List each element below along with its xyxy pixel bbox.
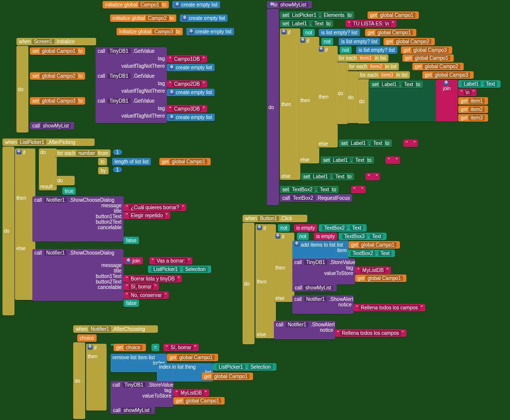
num-by-1[interactable]: 1 — [113, 167, 122, 172]
call-showmylist-nac[interactable]: call showMyList — [111, 407, 155, 414]
get-choice[interactable]: get choice — [114, 344, 146, 351]
b2-no-conservar[interactable]: " No, conservar " — [124, 291, 169, 299]
blank-2[interactable]: " " — [385, 156, 400, 164]
set-listpicker-elements[interactable]: set ListPicker1 . Elements to — [280, 11, 354, 19]
init-global-campo1[interactable]: initialize global Campo1 to — [103, 1, 169, 8]
listpicker-selection-1[interactable]: ListPicker1 . Selection — [148, 266, 211, 273]
textbox2-text-chk[interactable]: TextBox2 . Text — [319, 224, 367, 232]
is-list-empty-2[interactable]: is list empty? list — [339, 38, 380, 45]
when-screen1-initialize[interactable]: when Screen1 .Initialize — [16, 38, 96, 45]
when-notifier-afterchoosing[interactable]: when Notifier1 .AfterChoosing — [73, 325, 158, 333]
blank-tb2[interactable]: " " — [351, 186, 366, 193]
if-1[interactable]: if then else — [280, 28, 300, 180]
not-3[interactable]: not — [340, 46, 352, 54]
call-tinydb-getvalue-2[interactable]: call TinyDB1 .GetValue tag valueIfTagNot… — [96, 72, 167, 98]
foreach-item1[interactable]: for each item1 in list — [336, 54, 388, 62]
b1-si-borrar[interactable]: " Sí, borrar " — [124, 283, 159, 290]
rellena-2[interactable]: " Rellena todos los campos " — [335, 329, 406, 337]
init-global-campo2[interactable]: initialize global Campo2 to — [110, 14, 176, 22]
blank-1[interactable]: " " — [403, 140, 418, 147]
set-campo1[interactable]: set global Campo1 to — [30, 47, 85, 55]
get-campo1-lol[interactable]: get global Campo1 — [159, 158, 211, 165]
cel-vint-3[interactable]: create empty list — [167, 114, 215, 121]
textbox3-text-chk[interactable]: TextBox3 . Text — [339, 233, 386, 240]
else-set-label-1[interactable]: set Label1 . Text to — [339, 140, 392, 147]
not-1[interactable]: not — [303, 29, 315, 36]
cel-vint-1[interactable]: create empty list — [167, 64, 215, 71]
foreach-number[interactable]: for each number from — [55, 149, 111, 157]
set-label1-text[interactable]: set Label1 . Text to — [280, 20, 333, 27]
get-gc2-ile[interactable]: get global Campo2 — [383, 38, 435, 45]
set-campo2[interactable]: set global Campo2 to — [30, 72, 85, 80]
not-btn-1[interactable]: not — [278, 224, 290, 232]
call-showmylist-btn[interactable]: call showMyList — [292, 284, 337, 291]
get-gc2-fe2[interactable]: get global Campo2 — [412, 63, 464, 70]
get-campo1-el[interactable]: get global Campo1 — [368, 11, 419, 19]
if-else-btn-2[interactable]: if then else — [274, 233, 294, 302]
if-else-btn-1[interactable]: if then else — [255, 224, 276, 338]
is-list-empty-1[interactable]: is list empty? list — [319, 29, 360, 36]
is-list-empty-3[interactable]: is list empty? list — [356, 46, 397, 54]
if-3[interactable]: if then else — [317, 46, 338, 147]
foreach-item2[interactable]: for each item2 in list — [347, 63, 399, 70]
join-loop[interactable]: join — [436, 80, 458, 122]
when-listpicker-afterpicking[interactable]: when ListPicker1 .AfterPicking — [2, 139, 95, 146]
rellena-1[interactable]: " Rellena todos los campos " — [354, 304, 425, 311]
title-borrar-lista[interactable]: " Borrar lista y tinyDB " — [124, 275, 182, 282]
vas-a-borrar[interactable]: " Vas a borrar: " — [149, 257, 192, 265]
cancelable-false-1[interactable]: false — [124, 237, 139, 244]
eq-op[interactable]: = — [151, 344, 159, 351]
foreach-item3[interactable]: for each item3 in list — [358, 71, 410, 79]
tag-mylistdb-nac[interactable]: " MyListDB " — [173, 389, 209, 397]
call-tinydb-store-nac[interactable]: call TinyDB1 .StoreValue tagvalueToStore — [111, 381, 173, 407]
when-button1-click[interactable]: when Button1 .Click — [243, 215, 307, 222]
result-true[interactable]: true — [62, 187, 76, 195]
call-notifier-showalert-2[interactable]: call Notifier1 .ShowAlert notice — [274, 321, 335, 339]
else-set-label-2[interactable]: set Label1 . Text to — [321, 156, 374, 164]
set-textbox2-text[interactable]: set TextBox2 . Text to — [280, 186, 339, 193]
add-items-to-list[interactable]: add items to list list item — [292, 241, 349, 259]
set-campo3[interactable]: set global Campo3 to — [30, 97, 85, 105]
title-elegir[interactable]: " Elegir repetido " — [124, 212, 170, 219]
choice-var[interactable]: choice — [77, 334, 97, 342]
msg-cual-borrar[interactable]: " ¿Cuál quieres borrar? " — [124, 204, 186, 211]
get-gc1-fe1[interactable]: get global Campo1 — [402, 54, 454, 62]
tag-campo2db[interactable]: " Campo2DB " — [167, 80, 207, 88]
listpicker-selection-2[interactable]: ListPicker1 . Selection — [213, 363, 276, 371]
call-notifier-scd-1[interactable]: call Notifier1 .ShowChooseDialog message… — [32, 196, 124, 242]
get-gc1-add[interactable]: get global Campo1 — [349, 241, 400, 249]
cancelable-false-2[interactable]: false — [124, 299, 139, 307]
get-gc3-fe3[interactable]: get global Campo3 — [422, 71, 474, 79]
call-showmylist-1[interactable]: call showMyList — [30, 122, 74, 130]
is-empty-2[interactable]: is empty — [314, 233, 337, 240]
eq-si-borrar[interactable]: " Sí, borrar " — [163, 344, 199, 351]
tu-lista-es[interactable]: " TU LISTA ES: \n " — [346, 20, 396, 27]
textbox2-text-item[interactable]: TextBox2 . Text — [347, 250, 395, 257]
get-gc1-vts-btn[interactable]: get global Campo1 — [355, 275, 406, 282]
not-btn-2[interactable]: not — [297, 233, 309, 240]
create-empty-list-3[interactable]: create empty list — [186, 28, 234, 35]
to-showmylist[interactable]: to showMyList — [267, 1, 312, 8]
get-item3[interactable]: get item3 — [458, 114, 488, 122]
init-global-campo3[interactable]: initialize global Campo3 to — [117, 28, 183, 35]
get-item2[interactable]: get item2 — [458, 106, 488, 113]
get-gc3-ile[interactable]: get global Campo3 — [401, 46, 452, 54]
if-2[interactable]: if then else — [299, 37, 319, 163]
call-notifier-scd-2[interactable]: call Notifier1 .ShowChooseDialog message… — [32, 249, 124, 301]
if-then-nac[interactable]: if then — [86, 344, 107, 411]
create-empty-list-2[interactable]: create empty list — [180, 14, 228, 22]
foreach-do-result[interactable]: do result — [39, 148, 57, 190]
create-empty-list-1[interactable]: create empty list — [172, 1, 220, 8]
is-empty-1[interactable]: is empty — [294, 224, 317, 232]
call-tinydb-getvalue-3[interactable]: call TinyDB1 .GetValue tag valueIfTagNot… — [96, 97, 167, 123]
tag-mylistdb-btn[interactable]: " MyListDB " — [355, 267, 391, 274]
tag-campo3db[interactable]: " Campo3DB " — [167, 105, 207, 113]
blank-3[interactable]: " " — [366, 173, 380, 180]
cel-vint-2[interactable]: create empty list — [167, 89, 215, 96]
get-campo1-iil[interactable]: get global Campo1 — [202, 373, 253, 380]
call-tinydb-getvalue-1[interactable]: call TinyDB1 .GetValue tag valueIfTagNot… — [96, 47, 167, 73]
set-label1-text-loop[interactable]: set Label1 . Text to — [370, 81, 423, 88]
not-2[interactable]: not — [321, 38, 333, 45]
join-msg[interactable]: join — [124, 257, 143, 265]
get-campo1-vts[interactable]: get global Campo1 — [173, 397, 225, 405]
